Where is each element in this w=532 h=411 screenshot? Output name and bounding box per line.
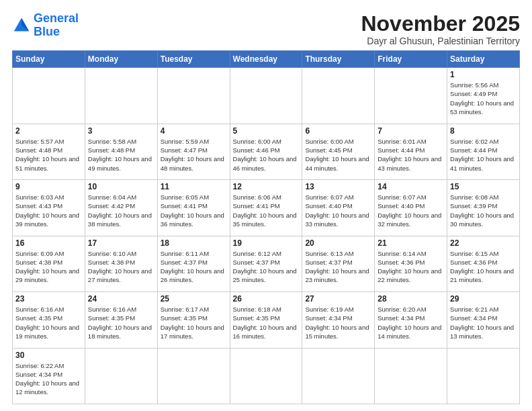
calendar-row-5: 23 Sunrise: 6:16 AMSunset: 4:35 PMDaylig… — [13, 292, 520, 348]
logo-icon — [12, 16, 31, 35]
calendar-row-1: 1 Sunrise: 5:56 AM Sunset: 4:49 PM Dayli… — [13, 68, 520, 124]
calendar-table: Sunday Monday Tuesday Wednesday Thursday… — [12, 50, 520, 404]
day-9: 9 Sunrise: 6:03 AMSunset: 4:43 PMDayligh… — [13, 180, 85, 236]
empty-cell — [13, 68, 85, 124]
day-8: 8 Sunrise: 6:02 AMSunset: 4:44 PMDayligh… — [447, 124, 520, 179]
day-2: 2 Sunrise: 5:57 AMSunset: 4:48 PMDayligh… — [13, 124, 85, 179]
month-title: November 2025 — [361, 12, 520, 36]
location-subtitle: Dayr al Ghusun, Palestinian Territory — [361, 36, 520, 46]
day-23: 23 Sunrise: 6:16 AMSunset: 4:35 PMDaylig… — [13, 292, 85, 348]
day-1: 1 Sunrise: 5:56 AM Sunset: 4:49 PM Dayli… — [447, 68, 520, 124]
day-30: 30 Sunrise: 6:22 AMSunset: 4:34 PMDaylig… — [13, 348, 85, 404]
logo-line2: Blue — [34, 25, 60, 38]
calendar-row-6: 30 Sunrise: 6:22 AMSunset: 4:34 PMDaylig… — [13, 348, 520, 404]
day-28: 28 Sunrise: 6:20 AMSunset: 4:34 PMDaylig… — [375, 292, 447, 348]
header-monday: Monday — [85, 51, 157, 68]
logo-line1: General — [34, 11, 79, 25]
day-11: 11 Sunrise: 6:05 AMSunset: 4:41 PMDaylig… — [157, 180, 230, 236]
header: General Blue November 2025 Dayr al Ghusu… — [12, 12, 520, 46]
calendar-row-4: 16 Sunrise: 6:09 AMSunset: 4:38 PMDaylig… — [13, 236, 520, 291]
day-13: 13 Sunrise: 6:07 AMSunset: 4:40 PMDaylig… — [302, 180, 375, 236]
empty-cell — [157, 68, 230, 124]
day-25: 25 Sunrise: 6:17 AMSunset: 4:35 PMDaylig… — [157, 292, 230, 348]
logo: General Blue — [12, 12, 79, 39]
page: General Blue November 2025 Dayr al Ghusu… — [0, 0, 532, 411]
calendar-row-3: 9 Sunrise: 6:03 AMSunset: 4:43 PMDayligh… — [13, 180, 520, 236]
header-tuesday: Tuesday — [157, 51, 230, 68]
weekday-header-row: Sunday Monday Tuesday Wednesday Thursday… — [13, 51, 520, 68]
day-24: 24 Sunrise: 6:16 AMSunset: 4:35 PMDaylig… — [85, 292, 157, 348]
empty-cell — [85, 348, 157, 404]
title-block: November 2025 Dayr al Ghusun, Palestinia… — [361, 12, 520, 46]
empty-cell — [157, 348, 230, 404]
empty-cell — [302, 68, 375, 124]
empty-cell — [230, 68, 302, 124]
day-26: 26 Sunrise: 6:18 AMSunset: 4:35 PMDaylig… — [230, 292, 302, 348]
calendar-row-2: 2 Sunrise: 5:57 AMSunset: 4:48 PMDayligh… — [13, 124, 520, 179]
header-wednesday: Wednesday — [230, 51, 302, 68]
day-7: 7 Sunrise: 6:01 AMSunset: 4:44 PMDayligh… — [375, 124, 447, 179]
day-10: 10 Sunrise: 6:04 AMSunset: 4:42 PMDaylig… — [85, 180, 157, 236]
empty-cell — [302, 348, 375, 404]
day-4: 4 Sunrise: 5:59 AMSunset: 4:47 PMDayligh… — [157, 124, 230, 179]
day-22: 22 Sunrise: 6:15 AMSunset: 4:36 PMDaylig… — [447, 236, 520, 291]
logo-text: General Blue — [34, 12, 79, 39]
day-6: 6 Sunrise: 6:00 AMSunset: 4:45 PMDayligh… — [302, 124, 375, 179]
header-thursday: Thursday — [302, 51, 375, 68]
empty-cell — [375, 68, 447, 124]
day-16: 16 Sunrise: 6:09 AMSunset: 4:38 PMDaylig… — [13, 236, 85, 291]
empty-cell — [85, 68, 157, 124]
empty-cell — [375, 348, 447, 404]
day-27: 27 Sunrise: 6:19 AMSunset: 4:34 PMDaylig… — [302, 292, 375, 348]
empty-cell — [447, 348, 520, 404]
day-29: 29 Sunrise: 6:21 AMSunset: 4:34 PMDaylig… — [447, 292, 520, 348]
day-21: 21 Sunrise: 6:14 AMSunset: 4:36 PMDaylig… — [375, 236, 447, 291]
day-17: 17 Sunrise: 6:10 AMSunset: 4:38 PMDaylig… — [85, 236, 157, 291]
day-18: 18 Sunrise: 6:11 AMSunset: 4:37 PMDaylig… — [157, 236, 230, 291]
header-saturday: Saturday — [447, 51, 520, 68]
day-15: 15 Sunrise: 6:08 AMSunset: 4:39 PMDaylig… — [447, 180, 520, 236]
day-14: 14 Sunrise: 6:07 AMSunset: 4:40 PMDaylig… — [375, 180, 447, 236]
empty-cell — [230, 348, 302, 404]
day-5: 5 Sunrise: 6:00 AMSunset: 4:46 PMDayligh… — [230, 124, 302, 179]
day-3: 3 Sunrise: 5:58 AMSunset: 4:48 PMDayligh… — [85, 124, 157, 179]
day-12: 12 Sunrise: 6:06 AMSunset: 4:41 PMDaylig… — [230, 180, 302, 236]
day-19: 19 Sunrise: 6:12 AMSunset: 4:37 PMDaylig… — [230, 236, 302, 291]
day-20: 20 Sunrise: 6:13 AMSunset: 4:37 PMDaylig… — [302, 236, 375, 291]
header-sunday: Sunday — [13, 51, 85, 68]
header-friday: Friday — [375, 51, 447, 68]
